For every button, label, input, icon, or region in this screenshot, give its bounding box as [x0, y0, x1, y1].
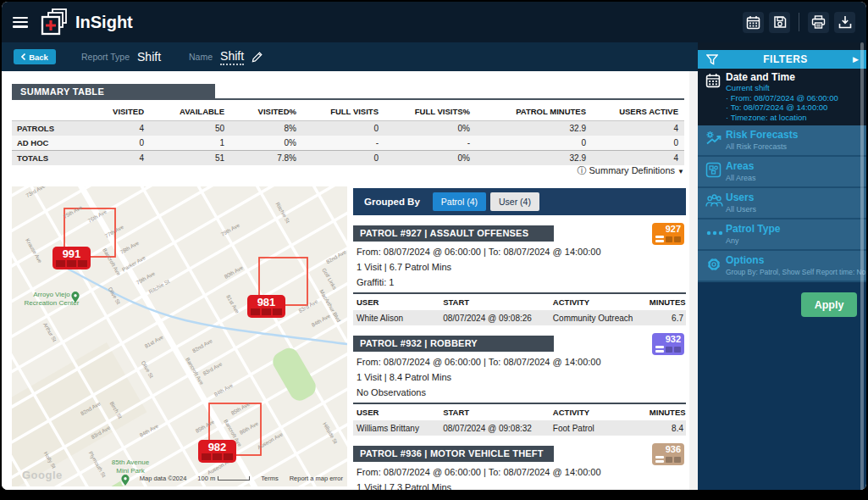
summary-table: VISITEDAVAILABLEVISITED%FULL VISITSFULL …	[12, 102, 684, 165]
areas-icon	[705, 161, 726, 186]
summary-cell: 4	[592, 151, 684, 166]
summary-cell: 0%	[230, 136, 302, 151]
patrol-table-cell: 6.7	[646, 310, 686, 325]
summary-definitions-link[interactable]: ⓘ Summary Definitions ▼	[12, 164, 684, 177]
download-button[interactable]	[834, 12, 855, 33]
summary-column-header: VISITED%	[230, 102, 302, 121]
print-icon	[811, 15, 826, 29]
filter-section-risk-forecasts[interactable]: Risk Forecasts All Risk Forecasts	[698, 125, 866, 157]
summary-cell: 7.8%	[230, 151, 302, 166]
patrol-card: PATROL #932 | ROBBERY 932 From: 08/07/20…	[353, 336, 686, 436]
patrol-table-cell: White Alison	[353, 310, 440, 325]
save-button[interactable]	[769, 12, 790, 33]
filter-section-options[interactable]: Options Group By: Patrol, Show Self Repo…	[698, 251, 866, 282]
google-watermark: Google	[22, 469, 63, 481]
summary-cell: 0	[105, 136, 150, 151]
summary-cell: -	[302, 136, 384, 151]
summary-column-header: VISITED	[105, 102, 150, 121]
map[interactable]: 73rd Ave75th Ave76th Ave77th Ave78th Ave…	[12, 186, 347, 486]
patrol-table-column: START	[440, 293, 550, 310]
patrol-card-detail: From: 08/07/2024 @ 06:00:00 | To: 08/07/…	[357, 464, 686, 480]
summary-cell: -	[384, 136, 476, 151]
insight-logo-icon	[40, 8, 69, 36]
patrol-table-cell: Williams Brittany	[353, 420, 440, 436]
summary-body: PATROLS4508%00%32.94AD HOC010%--00TOTALS…	[12, 121, 684, 166]
patrol-badge-number: 932	[655, 335, 681, 343]
map-marker-991[interactable]: 991	[53, 247, 91, 269]
summary-cell: 0%	[384, 121, 476, 136]
filter-section-date-and-time[interactable]: Date and Time Current shift· From: 08/07…	[698, 69, 866, 125]
filter-section-areas[interactable]: Areas All Areas	[698, 157, 866, 188]
menu-icon[interactable]	[13, 17, 28, 28]
patrol-card-detail: 1 Visit | 8.4 Patrol Mins	[357, 369, 686, 385]
grouped-tab-patrol[interactable]: Patrol (4)	[433, 192, 486, 211]
top-icon-buttons	[743, 12, 855, 33]
name-label: Name	[189, 52, 213, 62]
chevron-right-icon: ▶	[853, 55, 859, 64]
patrol-badge[interactable]: 927	[652, 223, 684, 245]
filters-sidebar: FILTERS ▶ Date and Time Current shift· F…	[698, 42, 866, 490]
filter-detail-line: · To: 08/07/2024 @ 14:00:00	[726, 103, 860, 113]
patrol-table-row: White Alison08/07/2024 @ 09:08:26Communi…	[353, 310, 686, 325]
summary-definitions-label: Summary Definitions	[589, 165, 675, 175]
filter-section-users[interactable]: Users All Users	[698, 188, 866, 219]
filter-section-patrol-type[interactable]: Patrol Type Any	[698, 219, 866, 251]
name-value[interactable]: Shift	[220, 49, 244, 65]
summary-cell: 51	[150, 151, 230, 166]
filter-section-title: Date and Time	[726, 72, 860, 83]
patrol-badge-number: 936	[655, 445, 681, 453]
grouped-tab-user[interactable]: User (4)	[490, 192, 539, 211]
patrol-card-title: PATROL #927 | ASSAULT OFFENSES	[353, 225, 554, 242]
park-label: Arroyo Viejo	[33, 291, 70, 298]
report-type-label: Report Type	[81, 52, 130, 62]
summary-cell: 4	[105, 121, 150, 136]
filters-header[interactable]: FILTERS ▶	[698, 50, 866, 69]
map-attribution: Map data ©2024 100 m Terms Report a map …	[140, 475, 343, 482]
filter-section-title: Options	[726, 255, 860, 266]
map-scale-label: 100 m	[197, 475, 215, 482]
patrol-table-column: START	[440, 403, 550, 420]
map-marker-981[interactable]: 981	[247, 295, 285, 318]
gear-icon	[705, 255, 726, 281]
app-title: InSight	[75, 13, 133, 32]
map-scale: 100 m	[197, 475, 250, 482]
filter-section-title: Risk Forecasts	[726, 130, 860, 141]
map-data-label: Map data ©2024	[140, 475, 187, 482]
patrol-card: PATROL #927 | ASSAULT OFFENSES 927 From:…	[353, 225, 686, 325]
patrol-card-title: PATROL #932 | ROBBERY	[353, 336, 554, 352]
summary-column-header: PATROL MINUTES	[476, 102, 592, 121]
back-button[interactable]: Back	[14, 49, 56, 64]
filter-section-subtitle: All Users	[726, 205, 860, 214]
park-label: Mini Park	[116, 467, 145, 475]
summary-row: PATROLS4508%00%32.94	[12, 121, 684, 136]
sidebar-scrollbar[interactable]	[860, 42, 864, 490]
apply-button[interactable]: Apply	[801, 292, 857, 317]
map-terms-link[interactable]: Terms	[261, 475, 278, 482]
main-scrollbar[interactable]	[689, 71, 698, 490]
svg-text:991: 991	[63, 247, 81, 260]
map-scale-bar	[218, 476, 250, 481]
risk-icon	[705, 130, 726, 155]
patrol-badge[interactable]: 936	[652, 443, 684, 465]
patrol-table-column: MINUTES	[646, 293, 686, 310]
info-icon: ⓘ	[577, 165, 586, 175]
toolbar-separator	[799, 13, 799, 31]
patrol-table-column: USER	[353, 293, 440, 310]
summary-cell: 50	[150, 121, 230, 136]
map-marker-982[interactable]: 982	[198, 440, 236, 463]
filter-funnel-icon	[706, 54, 718, 65]
summary-column-header: FULL VISITS	[302, 102, 384, 121]
map-report-error-link[interactable]: Report a map error	[290, 475, 343, 482]
edit-name-icon[interactable]	[251, 51, 263, 64]
patrol-table-cell: Foot Patrol	[550, 420, 646, 436]
back-label: Back	[29, 53, 48, 62]
filter-section-title: Areas	[726, 161, 860, 172]
summary-column-header: FULL VISITS%	[384, 102, 476, 121]
filter-section-title: Users	[726, 192, 860, 203]
calendar-button[interactable]	[743, 12, 764, 33]
summary-cell: 0	[592, 136, 684, 151]
print-button[interactable]	[808, 12, 829, 33]
patrol-badge[interactable]: 932	[652, 333, 684, 355]
patrol-card-detail: From: 08/07/2024 @ 06:00:00 | To: 08/07/…	[357, 354, 686, 369]
save-icon	[773, 15, 787, 29]
